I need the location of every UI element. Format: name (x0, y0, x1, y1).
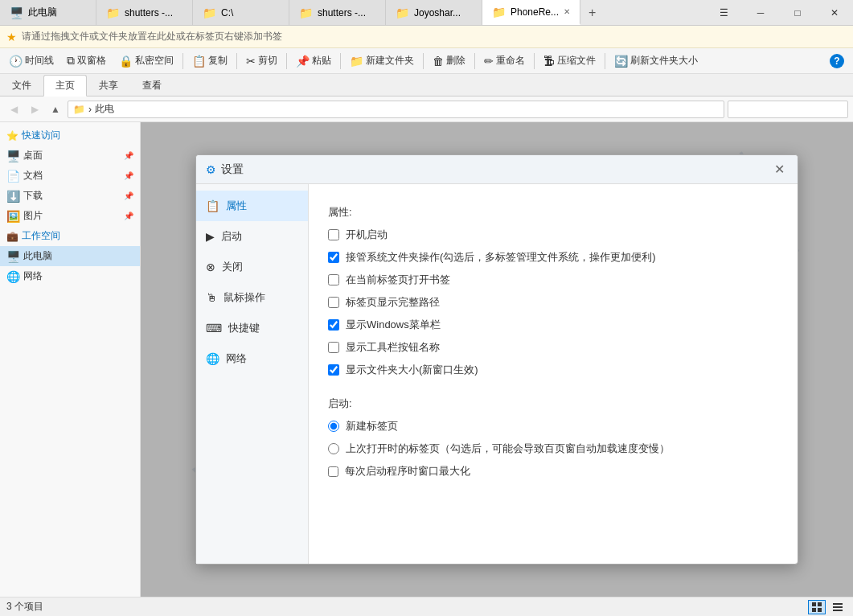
paste-label: 粘贴 (312, 54, 331, 68)
nav-property[interactable]: 📋 属性 (196, 191, 308, 221)
cb-winmenu[interactable] (328, 319, 339, 331)
dialog-sidebar: 📋 属性 ▶ 启动 ⊗ 关闭 🖱 鼠标操作 (196, 184, 309, 564)
cb-foldersize-item[interactable]: 显示文件夹大小(新窗口生效) (328, 363, 778, 377)
minimize-button[interactable]: ─ (742, 0, 779, 26)
downloads-icon: ⬇️ (6, 190, 20, 203)
sidebar-item-thispc[interactable]: 🖥️ 此电脑 (0, 246, 140, 266)
cb-open-bookmark-item[interactable]: 在当前标签页打开书签 (328, 273, 778, 287)
ribbon-tab-share[interactable]: 共享 (87, 75, 130, 96)
forward-button[interactable]: ▶ (26, 101, 43, 118)
content-area: WWW.WELLDON WWW.WELLDON .COM .COM WWW.WE… (141, 122, 853, 597)
ribbon-tab-home[interactable]: 主页 (43, 75, 87, 97)
rb-maximize[interactable] (328, 466, 338, 477)
rename-icon: ✏ (484, 55, 494, 68)
network-label: 网络 (23, 269, 133, 283)
nav-startup[interactable]: ▶ 启动 (196, 221, 308, 252)
tab-phonere[interactable]: 📁 PhoneRe... ✕ (482, 0, 580, 25)
tab-shutters2[interactable]: 📁 shutters -... (289, 0, 386, 25)
ribbon-tab-file[interactable]: 文件 (0, 75, 43, 96)
rb-lasttab[interactable] (328, 443, 339, 454)
nav-close[interactable]: ⊗ 关闭 (196, 252, 308, 282)
sep4 (340, 53, 341, 69)
cb-takeover-item[interactable]: 接管系统文件夹操作(勾选后，多标签管理文件系统，操作更加便利) (328, 250, 778, 265)
sidebar-item-docs[interactable]: 📄 文档 📌 (0, 166, 140, 186)
cb-fullpath-label: 标签页显示完整路径 (346, 295, 440, 310)
paste-button[interactable]: 📌 粘贴 (290, 51, 337, 71)
nav-network[interactable]: 🌐 网络 (196, 343, 308, 374)
desktop-icon: 🖥️ (6, 150, 20, 162)
cb-autostart-item[interactable]: 开机启动 (328, 228, 778, 242)
cut-button[interactable]: ✂ 剪切 (240, 51, 283, 71)
up-button[interactable]: ▲ (47, 101, 64, 118)
search-input[interactable] (728, 101, 848, 118)
cb-fullpath-item[interactable]: 标签页显示完整路径 (328, 295, 778, 310)
cb-autostart[interactable] (328, 229, 339, 240)
nav-mouse-icon: 🖱 (206, 291, 217, 304)
main-layout: ⭐ 快速访问 🖥️ 桌面 📌 📄 文档 📌 ⬇️ 下载 📌 🖼️ 图片 📌 💼 … (0, 122, 853, 597)
tab-pc-label: 此电脑 (28, 6, 57, 19)
quick-access-header[interactable]: ⭐ 快速访问 (0, 125, 140, 146)
cb-toolbar-name-item[interactable]: 显示工具栏按钮名称 (328, 340, 778, 355)
close-button[interactable]: ✕ (816, 0, 853, 26)
svg-rect-4 (833, 603, 843, 605)
sep7 (534, 53, 535, 69)
dualview-icon: ⧉ (67, 54, 75, 68)
sidebar-item-desktop[interactable]: 🖥️ 桌面 📌 (0, 146, 140, 166)
nav-shortcut[interactable]: ⌨ 快捷键 (196, 313, 308, 343)
sidebar-item-downloads[interactable]: ⬇️ 下载 📌 (0, 186, 140, 206)
tab-c[interactable]: 📁 C:\ (193, 0, 289, 25)
title-bar: 🖥️ 此电脑 📁 shutters -... 📁 C:\ 📁 shutters … (0, 0, 853, 26)
svg-rect-6 (833, 610, 843, 611)
workspace-label: 工作空间 (22, 229, 60, 243)
ribbon-tab-view[interactable]: 查看 (130, 75, 174, 96)
pictures-icon: 🖼️ (6, 210, 20, 223)
rb-maximize-item[interactable]: 每次启动程序时窗口最大化 (328, 464, 778, 478)
tab-pc[interactable]: 🖥️ 此电脑 (0, 0, 96, 25)
back-button[interactable]: ◀ (5, 101, 23, 118)
nav-network-icon: 🌐 (206, 352, 219, 365)
compress-button[interactable]: 🗜 压缩文件 (538, 51, 601, 71)
rb-newtab-item[interactable]: 新建标签页 (328, 419, 778, 433)
sidebar-item-network[interactable]: 🌐 网络 (0, 266, 140, 286)
cb-toolbar-name[interactable] (328, 342, 339, 353)
menu-button[interactable]: ☰ (705, 0, 742, 26)
rb-newtab-label: 新建标签页 (346, 419, 398, 433)
timeline-button[interactable]: 🕐 时间线 (3, 51, 59, 71)
tab-phonere-close[interactable]: ✕ (564, 7, 570, 16)
delete-button[interactable]: 🗑 删除 (427, 51, 471, 71)
pictures-label: 图片 (23, 209, 121, 223)
cb-fullpath[interactable] (328, 297, 339, 308)
nav-mouse[interactable]: 🖱 鼠标操作 (196, 282, 308, 313)
startup-section-title: 启动: (328, 396, 778, 411)
rb-newtab[interactable] (328, 421, 339, 432)
sidebar-item-pictures[interactable]: 🖼️ 图片 📌 (0, 206, 140, 226)
startup-radios: 新建标签页 上次打开时的标签页（勾选后，可能会导致百页窗自动加载速度变慢） 每次… (328, 419, 778, 478)
tab-shutters2-icon: 📁 (299, 6, 313, 19)
workspace-header[interactable]: 💼 工作空间 (0, 226, 140, 246)
private-button[interactable]: 🔒 私密空间 (113, 51, 179, 71)
copy-button[interactable]: 📋 复制 (187, 51, 233, 71)
cut-label: 剪切 (258, 54, 277, 68)
cb-winmenu-item[interactable]: 显示Windows菜单栏 (328, 318, 778, 332)
new-folder-button[interactable]: 📁 新建文件夹 (344, 51, 420, 71)
add-tab-button[interactable]: + (580, 0, 604, 25)
refresh-button[interactable]: 🔄 刷新文件夹大小 (609, 51, 703, 71)
maximize-button[interactable]: □ (779, 0, 816, 26)
cut-icon: ✂ (246, 55, 256, 68)
dialog-close-button[interactable]: ✕ (771, 162, 788, 177)
dualview-button[interactable]: ⧉ 双窗格 (61, 51, 112, 71)
timeline-icon: 🕐 (9, 55, 23, 68)
cb-foldersize[interactable] (328, 364, 339, 376)
rename-button[interactable]: ✏ 重命名 (478, 51, 531, 71)
list-view-button[interactable] (829, 600, 847, 614)
breadcrumb-folder-icon: 📁 (73, 104, 85, 115)
breadcrumb[interactable]: 📁 › 此电 (68, 101, 724, 118)
cb-takeover[interactable] (328, 252, 339, 263)
tab-shutters1[interactable]: 📁 shutters -... (96, 0, 193, 25)
cb-open-bookmark[interactable] (328, 274, 339, 285)
sep8 (605, 53, 605, 69)
grid-view-button[interactable] (808, 600, 826, 614)
help-button[interactable]: ? (824, 51, 850, 72)
rb-lasttab-item[interactable]: 上次打开时的标签页（勾选后，可能会导致百页窗自动加载速度变慢） (328, 441, 778, 456)
tab-joyoshar[interactable]: 📁 Joyoshar... (386, 0, 482, 25)
